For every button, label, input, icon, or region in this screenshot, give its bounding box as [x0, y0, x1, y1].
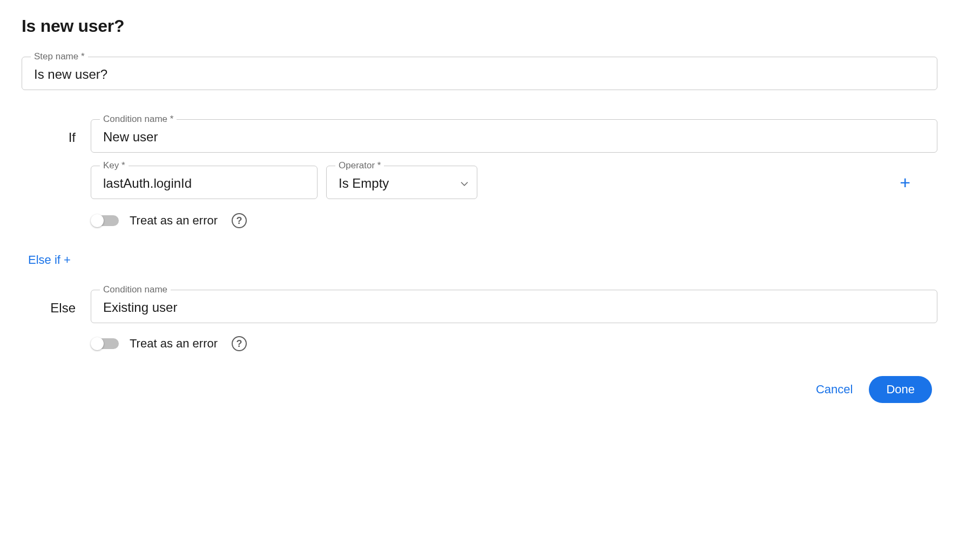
- plus-icon: +: [900, 172, 910, 193]
- else-label: Else: [22, 297, 76, 316]
- chevron-down-icon: [461, 179, 468, 188]
- step-name-label: Step name *: [31, 51, 88, 62]
- step-name-input[interactable]: [34, 67, 925, 82]
- help-icon[interactable]: ?: [232, 213, 247, 228]
- else-if-add-link[interactable]: Else if +: [28, 253, 71, 267]
- if-condition-name-input[interactable]: [103, 129, 925, 145]
- operator-label: Operator *: [335, 160, 384, 171]
- else-condition-name-input[interactable]: [103, 300, 925, 315]
- key-field[interactable]: Key *: [91, 166, 318, 199]
- done-button[interactable]: Done: [869, 376, 932, 403]
- if-treat-as-error-label: Treat as an error: [130, 214, 218, 228]
- else-treat-as-error-label: Treat as an error: [130, 337, 218, 351]
- if-condition-name-field[interactable]: Condition name *: [91, 119, 937, 153]
- step-name-field[interactable]: Step name *: [22, 57, 937, 90]
- key-input[interactable]: [103, 176, 305, 191]
- else-treat-as-error-toggle[interactable]: [91, 337, 119, 350]
- page-title: Is new user?: [22, 16, 937, 36]
- operator-field[interactable]: Operator * Is Empty: [326, 166, 477, 199]
- add-condition-button[interactable]: +: [900, 173, 910, 192]
- if-label: If: [22, 127, 76, 145]
- if-condition-name-label: Condition name *: [100, 114, 177, 125]
- toggle-thumb: [91, 214, 104, 227]
- toggle-thumb: [91, 337, 104, 350]
- operator-value[interactable]: Is Empty: [339, 176, 389, 190]
- else-condition-name-field[interactable]: Condition name: [91, 290, 937, 323]
- if-treat-as-error-toggle[interactable]: [91, 214, 119, 227]
- cancel-button[interactable]: Cancel: [816, 383, 853, 397]
- else-condition-name-label: Condition name: [100, 284, 171, 295]
- key-label: Key *: [100, 160, 129, 171]
- help-icon[interactable]: ?: [232, 336, 247, 351]
